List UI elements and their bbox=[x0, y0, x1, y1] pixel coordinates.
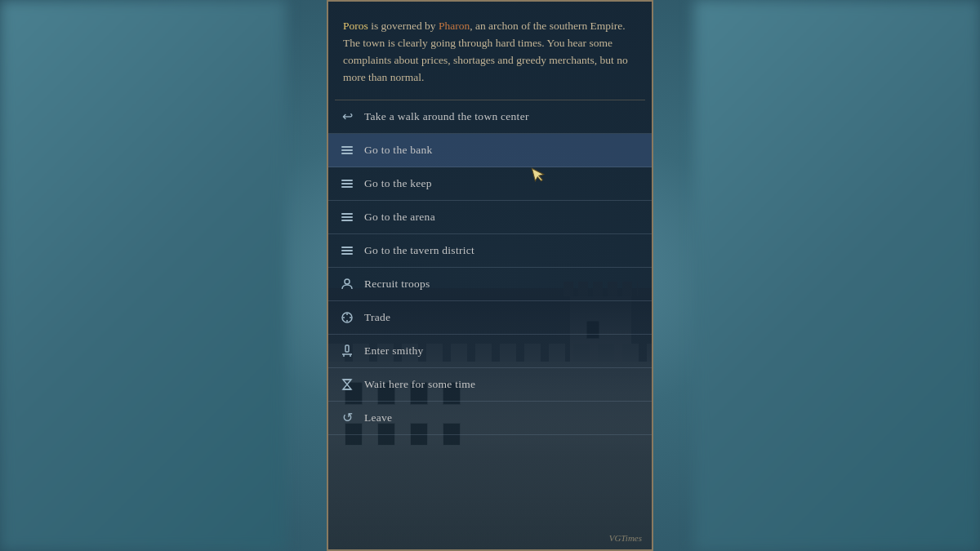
bg-blur-right bbox=[694, 0, 980, 551]
menu-item-smithy-label: Enter smithy bbox=[364, 344, 424, 358]
panel-content: Poros is governed by Pharon, an archon o… bbox=[328, 2, 652, 549]
menu-item-bank[interactable]: Go to the bank bbox=[328, 134, 652, 167]
dialog-panel: Poros is governed by Pharon, an archon o… bbox=[327, 0, 653, 551]
svg-point-0 bbox=[345, 279, 350, 284]
menu-item-recruit[interactable]: Recruit troops bbox=[328, 268, 652, 301]
watermark: VGTimes bbox=[609, 533, 642, 543]
menu-item-trade[interactable]: Trade bbox=[328, 301, 652, 335]
menu-item-wait-label: Wait here for some time bbox=[364, 378, 475, 391]
outer-background: Poros is governed by Pharon, an archon o… bbox=[0, 0, 980, 551]
walk-icon: ↩ bbox=[338, 108, 356, 126]
menu-lines bbox=[341, 180, 353, 188]
recruit-icon bbox=[338, 275, 356, 293]
menu-item-leave[interactable]: ↺ Leave bbox=[328, 402, 652, 435]
menu-item-bank-label: Go to the bank bbox=[364, 144, 433, 157]
menu-item-tavern-label: Go to the tavern district bbox=[364, 244, 474, 257]
description-text-mid: is governed by bbox=[368, 20, 439, 32]
menu-item-walk-label: Take a walk around the town center bbox=[364, 110, 529, 123]
trade-icon bbox=[338, 309, 356, 327]
lines-icon-keep bbox=[338, 175, 356, 193]
menu-lines bbox=[341, 247, 353, 255]
menu-item-leave-label: Leave bbox=[364, 411, 392, 424]
lines-icon-tavern bbox=[338, 242, 356, 260]
leave-icon: ↺ bbox=[338, 409, 356, 427]
description-block: Poros is governed by Pharon, an archon o… bbox=[328, 2, 652, 100]
game-panel: Poros is governed by Pharon, an archon o… bbox=[327, 0, 653, 551]
action-menu: ↩ Take a walk around the town center Go … bbox=[328, 100, 652, 549]
svg-rect-2 bbox=[345, 345, 349, 352]
menu-item-keep-label: Go to the keep bbox=[364, 177, 432, 190]
menu-item-tavern[interactable]: Go to the tavern district bbox=[328, 234, 652, 268]
menu-item-walk[interactable]: ↩ Take a walk around the town center bbox=[328, 100, 652, 134]
menu-item-arena-label: Go to the arena bbox=[364, 211, 435, 224]
lines-icon-bank bbox=[338, 141, 356, 159]
smithy-icon bbox=[338, 342, 356, 360]
menu-item-smithy[interactable]: Enter smithy bbox=[328, 335, 652, 368]
menu-lines bbox=[341, 213, 353, 221]
wait-icon bbox=[338, 375, 356, 393]
menu-lines bbox=[341, 146, 353, 154]
menu-item-trade-label: Trade bbox=[364, 311, 390, 324]
menu-item-recruit-label: Recruit troops bbox=[364, 278, 430, 291]
menu-item-wait[interactable]: Wait here for some time bbox=[328, 368, 652, 402]
menu-item-keep[interactable]: Go to the keep bbox=[328, 167, 652, 201]
city-name: Poros bbox=[343, 20, 368, 32]
menu-item-arena[interactable]: Go to the arena bbox=[328, 201, 652, 234]
bg-blur-left bbox=[0, 0, 286, 551]
person-name: Pharon bbox=[439, 20, 470, 32]
lines-icon-arena bbox=[338, 208, 356, 226]
